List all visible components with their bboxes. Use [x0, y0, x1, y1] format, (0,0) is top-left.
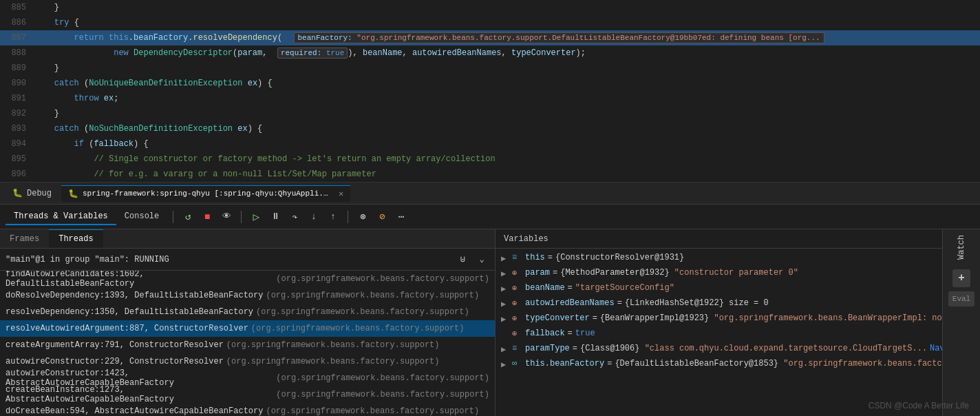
- toolbar-tabs: Threads & Variables Console: [6, 209, 167, 225]
- resume-btn[interactable]: ↺: [179, 208, 197, 226]
- frame-doResolveDependency[interactable]: doResolveDependency:1393, DefaultListabl…: [0, 287, 495, 304]
- tab-console[interactable]: Console: [116, 209, 167, 225]
- var-beanFactory-icon: ∞: [512, 359, 523, 368]
- frame-resolveDependency[interactable]: resolveDependency:1350, DefaultListableB…: [0, 304, 495, 320]
- line-num-890: 890: [0, 79, 34, 88]
- line-num-896: 896: [0, 169, 34, 179]
- var-beanname-toggle[interactable]: ▶: [501, 283, 512, 294]
- thread-selector: "main"@1 in group "main": RUNNING ⊎ ⌄: [0, 249, 495, 271]
- var-typeConverter-icon: ⊕: [512, 313, 523, 324]
- toolbar-divider-1: [173, 211, 173, 223]
- debug-tabs-bar: 🐛 Debug 🐛 spring-framework:spring-qhyu […: [0, 183, 980, 205]
- var-fallback[interactable]: ⊕ fallback = true: [496, 327, 980, 342]
- var-typeConverter-toggle[interactable]: ▶: [501, 313, 512, 324]
- code-line-888: 888 new DependencyDescriptor(param, requ…: [0, 45, 980, 61]
- line-content-886: try {: [34, 18, 79, 28]
- view-btn[interactable]: 👁: [217, 208, 235, 226]
- step-over-btn[interactable]: ↷: [286, 208, 303, 226]
- line-content-896: // for e.g. a vararg or a non-null List/…: [34, 169, 376, 179]
- step-into-btn[interactable]: ↓: [305, 208, 323, 226]
- debug-tab-main[interactable]: 🐛 Debug: [6, 185, 58, 201]
- toolbar-divider-3: [348, 211, 348, 223]
- var-paramType-icon: ≡: [512, 344, 523, 353]
- frame-doCreateBean[interactable]: doCreateBean:594, AbstractAutowireCapabl…: [0, 403, 495, 416]
- var-param-toggle[interactable]: ▶: [501, 268, 512, 279]
- debug-tab-spring-label: spring-framework:spring-qhyu [:spring-qh…: [83, 189, 330, 198]
- line-num-894: 894: [0, 139, 34, 149]
- line-content-885: }: [34, 3, 59, 12]
- watermark: CSDN @Code A Better Life: [869, 401, 969, 410]
- resume-program-btn[interactable]: ▷: [247, 208, 265, 226]
- more-options-btn[interactable]: ⋯: [392, 208, 410, 226]
- code-lines: 885 } 886 try { 887 return this.beanFact…: [0, 0, 980, 182]
- watch-add-btn[interactable]: +: [952, 269, 970, 287]
- var-autowiredBeanNames-toggle[interactable]: ▶: [501, 298, 512, 309]
- toolbar: Threads & Variables Console ↺ ■ 👁 ▷ ⏸ ↷ …: [0, 205, 980, 229]
- filter-btn[interactable]: ⊎: [455, 252, 470, 267]
- right-panel: Variables ▶ ≡ this = {ConstructorResolve…: [496, 229, 980, 416]
- var-fallback-icon: ⊕: [512, 329, 523, 339]
- frame-autowireConstructor-229[interactable]: autowireConstructor:229, ConstructorReso…: [0, 353, 495, 370]
- pause-btn[interactable]: ⏸: [266, 208, 284, 226]
- var-paramType-toggle[interactable]: ▶: [501, 344, 512, 355]
- tab-threads[interactable]: Threads: [49, 229, 103, 248]
- code-line-885: 885 }: [0, 0, 980, 15]
- code-line-891: 891 throw ex;: [0, 91, 980, 106]
- line-num-888: 888: [0, 48, 34, 58]
- frame-createArgumentArray[interactable]: createArgumentArray:791, ConstructorReso…: [0, 337, 495, 353]
- var-fallback-toggle[interactable]: [501, 329, 512, 329]
- code-line-894: 894 if (fallback) {: [0, 136, 980, 152]
- debug-tab-close-icon[interactable]: ✕: [339, 189, 343, 199]
- var-typeConverter[interactable]: ▶ ⊕ typeConverter = {BeanWrapperImpl@192…: [496, 312, 980, 327]
- stop-btn[interactable]: ■: [198, 208, 216, 226]
- watch-label: Watch: [957, 235, 966, 260]
- line-num-895: 895: [0, 154, 34, 164]
- frame-createBeanInstance[interactable]: createBeanInstance:1273, AbstractAutowir…: [0, 386, 495, 403]
- var-param-icon: ⊕: [512, 268, 523, 278]
- frame-resolveAutowiredArgument[interactable]: resolveAutowiredArgument:887, Constructo…: [0, 320, 495, 337]
- var-beanFactory[interactable]: ▶ ∞ this.beanFactory = {DefaultListableB…: [496, 357, 980, 373]
- code-line-892: 892 }: [0, 106, 980, 121]
- code-line-893: 893 catch (NoSuchBeanDefinitionException…: [0, 121, 980, 136]
- frames-list: findAutowireCandidates:1602, DefaultList…: [0, 271, 495, 416]
- debug-tab-spring[interactable]: 🐛 spring-framework:spring-qhyu [:spring-…: [61, 185, 350, 202]
- line-num-885: 885: [0, 3, 34, 12]
- var-beanFactory-toggle[interactable]: ▶: [501, 359, 512, 370]
- run-to-cursor-btn[interactable]: ⊛: [354, 208, 372, 226]
- line-content-894: if (fallback) {: [34, 139, 149, 149]
- var-autowiredBeanNames-icon: ⊕: [512, 298, 523, 309]
- code-line-890: 890 catch (NoUniqueBeanDefinitionExcepti…: [0, 76, 980, 91]
- frame-autowireConstructor-1423[interactable]: autowireConstructor:1423, AbstractAutowi…: [0, 370, 495, 386]
- line-num-892: 892: [0, 109, 34, 118]
- var-autowiredBeanNames[interactable]: ▶ ⊕ autowiredBeanNames = {LinkedHashSet@…: [496, 297, 980, 312]
- line-content-889: }: [34, 63, 59, 73]
- step-out-btn[interactable]: ↑: [324, 208, 342, 226]
- left-panel: Frames Threads "main"@1 in group "main":…: [0, 229, 496, 416]
- code-line-887: 887 return this.beanFactory.resolveDepen…: [0, 30, 980, 45]
- var-this-toggle[interactable]: ▶: [501, 253, 512, 264]
- code-line-889: 889 }: [0, 61, 980, 76]
- code-editor: 885 } 886 try { 887 return this.beanFact…: [0, 0, 980, 183]
- line-num-887: 887: [0, 33, 34, 43]
- var-this[interactable]: ▶ ≡ this = {ConstructorResolver@1931}: [496, 251, 980, 267]
- variables-header: Variables: [496, 229, 980, 249]
- evaluate-btn[interactable]: ⊘: [373, 208, 391, 226]
- watch-panel: Watch + Eval: [942, 229, 980, 416]
- line-num-891: 891: [0, 94, 34, 103]
- debug-panel: Frames Threads "main"@1 in group "main":…: [0, 229, 980, 416]
- debug-tab-label: Debug: [27, 189, 52, 198]
- debug-tab-spring-icon: 🐛: [68, 189, 78, 199]
- var-param[interactable]: ▶ ⊕ param = {MethodParameter@1932} "cons…: [496, 267, 980, 282]
- tab-frames[interactable]: Frames: [0, 229, 49, 248]
- frame-findAutowireCandidates[interactable]: findAutowireCandidates:1602, DefaultList…: [0, 271, 495, 287]
- var-paramType[interactable]: ▶ ≡ paramType = {Class@1906} "class com.…: [496, 342, 980, 357]
- line-content-890: catch (NoUniqueBeanDefinitionException e…: [34, 79, 273, 88]
- tab-threads-variables[interactable]: Threads & Variables: [6, 209, 116, 225]
- expand-btn[interactable]: ⌄: [474, 252, 489, 267]
- var-beanname[interactable]: ▶ ⊕ beanName = "targetSourceConfig": [496, 282, 980, 297]
- eval-label: Eval: [948, 291, 974, 306]
- variables-list: ▶ ≡ this = {ConstructorResolver@1931} ▶ …: [496, 249, 980, 416]
- line-num-893: 893: [0, 124, 34, 134]
- code-line-896: 896 // for e.g. a vararg or a non-null L…: [0, 167, 980, 182]
- var-beanname-icon: ⊕: [512, 283, 523, 293]
